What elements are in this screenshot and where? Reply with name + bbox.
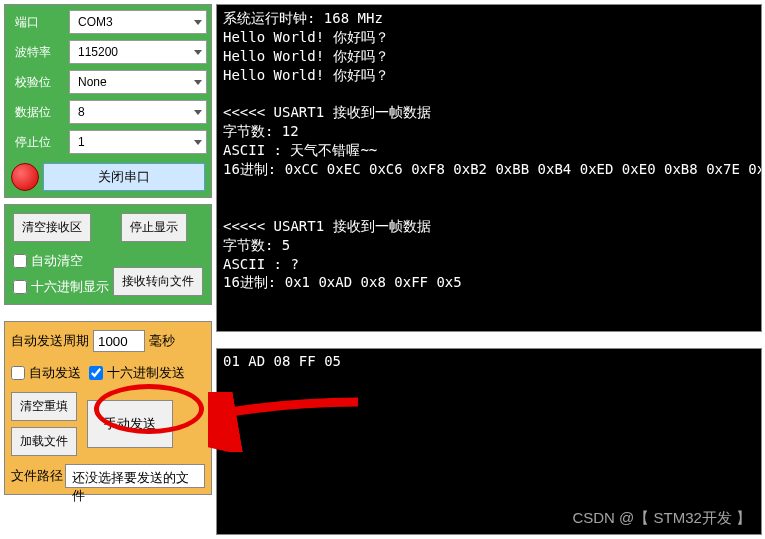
chevron-down-icon xyxy=(194,110,202,115)
parity-label: 校验位 xyxy=(9,74,69,91)
baud-select[interactable]: 115200 xyxy=(69,40,207,64)
period-unit-label: 毫秒 xyxy=(149,332,175,350)
file-path-label: 文件路径 xyxy=(11,467,63,485)
chevron-down-icon xyxy=(194,80,202,85)
stop-display-button[interactable]: 停止显示 xyxy=(121,213,187,242)
load-file-button[interactable]: 加载文件 xyxy=(11,427,77,456)
close-port-button[interactable]: 关闭串口 xyxy=(43,163,205,191)
chevron-down-icon xyxy=(194,20,202,25)
connection-panel: 端口 COM3 波特率 115200 校验位 None 数据位 8 停止位 1 … xyxy=(4,4,212,198)
baud-label: 波特率 xyxy=(9,44,69,61)
auto-send-checkbox[interactable]: 自动发送 xyxy=(11,364,81,382)
chevron-down-icon xyxy=(194,50,202,55)
auto-send-period-input[interactable] xyxy=(93,330,145,352)
stopbits-select[interactable]: 1 xyxy=(69,130,207,154)
auto-send-period-label: 自动发送周期 xyxy=(11,332,89,350)
send-panel: 自动发送周期 毫秒 自动发送 十六进制发送 清空重填 加载文件 手动发送 文件路… xyxy=(4,321,212,495)
status-indicator xyxy=(11,163,39,191)
hex-send-checkbox[interactable]: 十六进制发送 xyxy=(89,364,185,382)
port-label: 端口 xyxy=(9,14,69,31)
databits-label: 数据位 xyxy=(9,104,69,121)
file-path-display: 还没选择要发送的文件 xyxy=(65,464,205,488)
parity-select[interactable]: None xyxy=(69,70,207,94)
port-select[interactable]: COM3 xyxy=(69,10,207,34)
auto-clear-checkbox[interactable]: 自动清空 xyxy=(13,252,109,270)
chevron-down-icon xyxy=(194,140,202,145)
send-terminal[interactable]: 01 AD 08 FF 05 CSDN @【 STM32开发 】 xyxy=(216,348,762,535)
clear-receive-button[interactable]: 清空接收区 xyxy=(13,213,91,242)
hex-display-checkbox[interactable]: 十六进制显示 xyxy=(13,278,109,296)
manual-send-button[interactable]: 手动发送 xyxy=(87,400,173,448)
clear-fill-button[interactable]: 清空重填 xyxy=(11,392,77,421)
databits-select[interactable]: 8 xyxy=(69,100,207,124)
receive-panel: 清空接收区 停止显示 自动清空 十六进制显示 接收转向文件 xyxy=(4,204,212,305)
stopbits-label: 停止位 xyxy=(9,134,69,151)
receive-terminal: 系统运行时钟: 168 MHz Hello World! 你好吗？ Hello … xyxy=(216,4,762,332)
watermark: CSDN @【 STM32开发 】 xyxy=(572,509,751,528)
receive-to-file-button[interactable]: 接收转向文件 xyxy=(113,267,203,296)
